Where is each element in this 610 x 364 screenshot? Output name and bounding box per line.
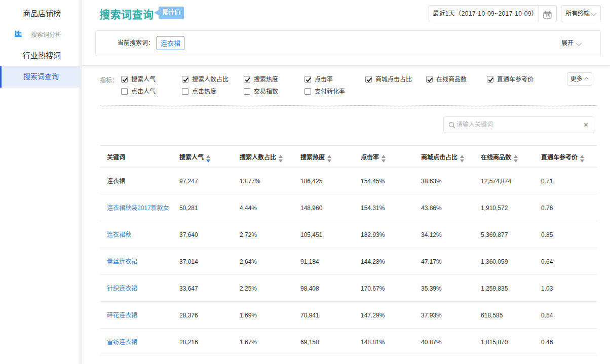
svg-text:15: 15: [545, 13, 550, 18]
